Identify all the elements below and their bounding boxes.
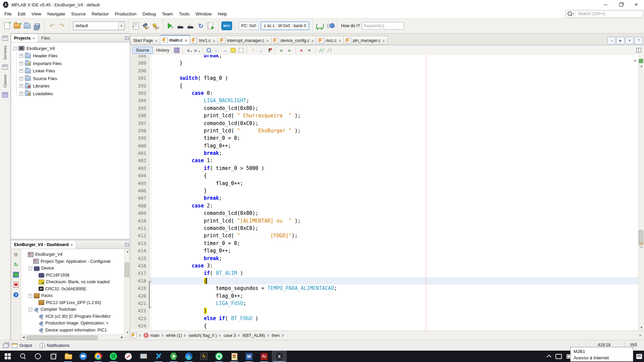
close-icon[interactable]: x: [339, 39, 341, 43]
store-cart-button[interactable]: [315, 20, 325, 31]
search-scope-dropdown-icon[interactable]: ▾: [573, 12, 574, 15]
close-icon[interactable]: ×: [71, 243, 73, 247]
code-line[interactable]: 410 print_lcd( "[ALIMENTAR] ou " );: [130, 217, 644, 225]
split-document-icon[interactable]: [636, 48, 641, 53]
expand-icon[interactable]: [19, 54, 23, 58]
taskbar-remote-app[interactable]: [121, 351, 136, 362]
build-button[interactable]: ▾: [141, 20, 151, 31]
code-line[interactable]: 402 case 1:: [130, 157, 644, 164]
minimize-panel-button[interactable]: [124, 34, 130, 42]
tree-item-linker-files[interactable]: Linker Files: [19, 67, 130, 75]
new-project-button[interactable]: [12, 20, 22, 31]
code-line[interactable]: 403 if( timer_0 > 5000 ): [130, 165, 644, 172]
taskbar-whatsapp[interactable]: [211, 351, 226, 362]
source-view-button[interactable]: Source: [132, 47, 153, 54]
menu-source[interactable]: Source: [68, 10, 89, 17]
code-line[interactable]: 399 timer_0 = 0;: [130, 134, 644, 142]
collapse-icon[interactable]: [29, 266, 32, 270]
menu-tools[interactable]: Tools: [176, 10, 193, 17]
close-icon[interactable]: x: [185, 38, 187, 42]
help-icon[interactable]: ?: [13, 292, 19, 298]
collapse-arrow-icon[interactable]: ▲: [633, 58, 637, 62]
code-line[interactable]: 390: [130, 67, 644, 74]
tree-item-loadables[interactable]: Loadables: [19, 90, 130, 98]
taskbar-mail[interactable]: [75, 351, 91, 362]
scroll-left-icon[interactable]: ◀: [21, 335, 26, 340]
code-line[interactable]: 411 comando_lcd(0xC0);: [130, 225, 644, 232]
close-icon[interactable]: ×: [639, 333, 641, 338]
find-button[interactable]: [205, 46, 213, 54]
taskbar-mplabx[interactable]: [272, 351, 287, 362]
expand-icon[interactable]: [19, 92, 23, 96]
tab-files[interactable]: Files: [38, 34, 53, 42]
taskbar-cortana[interactable]: [30, 351, 45, 362]
collapse-icon[interactable]: [13, 47, 17, 50]
close-icon[interactable]: x: [155, 39, 157, 43]
previous-occurrence-button[interactable]: ←: [213, 46, 221, 54]
menu-file[interactable]: File: [1, 10, 15, 17]
scroll-up-icon[interactable]: ▲: [125, 249, 130, 254]
taskbar-mplab-ipe[interactable]: [166, 351, 181, 362]
menu-edit[interactable]: Edit: [15, 10, 29, 17]
tab-dashboard[interactable]: EkoBurger_V4 - Dashboard×: [11, 240, 76, 249]
editor-tab-pin_manager-c[interactable]: pin_manager.cx: [344, 36, 388, 45]
services-dock-tab[interactable]: Services: [3, 46, 7, 60]
code-line[interactable]: 400 flag_0++;: [130, 142, 644, 149]
code-line[interactable]: 423 else if( BT_FOGO ): [130, 315, 644, 322]
refresh-icon[interactable]: ↻: [13, 262, 19, 267]
scroll-tabs-left-icon[interactable]: ◀: [607, 37, 615, 44]
palette-icon[interactable]: [2, 92, 8, 98]
shift-right-button[interactable]: »: [285, 46, 293, 54]
dashboard-item[interactable]: Device: [23, 265, 124, 272]
taskbar-search[interactable]: [15, 351, 30, 362]
mcc-button[interactable]: MCC: [221, 21, 232, 30]
editor-tab-Start-Page[interactable]: Start Pagex: [130, 36, 160, 45]
shift-left-button[interactable]: «: [277, 46, 285, 54]
toggle-highlight-button[interactable]: [229, 46, 237, 54]
set-configuration-button[interactable]: SRC: [131, 20, 141, 31]
code-line[interactable]: 397 comando_lcd(0xC0);: [130, 120, 644, 127]
scroll-right-icon[interactable]: ▶: [120, 335, 124, 340]
redo-button[interactable]: ↷: [57, 20, 67, 31]
expand-icon[interactable]: [19, 62, 23, 65]
code-line[interactable]: 419 tempo_segundos = TEMPO_PARA_ALIMENTA…: [130, 285, 644, 292]
code-line[interactable]: 395 comando_lcd(0x80);: [130, 105, 644, 112]
global-search-input[interactable]: ▾ Search (Ctrl+I): [566, 10, 643, 18]
clean-and-build-button[interactable]: ▾: [151, 20, 161, 31]
minimize-panel-button[interactable]: [124, 240, 130, 249]
code-line[interactable]: 389 }: [130, 59, 644, 67]
how-do-i-input[interactable]: Keyword(s): [362, 22, 404, 29]
code-line[interactable]: 413 timer_0 = 0;: [130, 240, 644, 247]
breadcrumb-switch-flag_0-[interactable]: switch( flag_0 ): [189, 333, 217, 338]
menu-window[interactable]: Window: [193, 10, 215, 17]
dashboard-item[interactable]: Checksum: Blank, no code loaded: [23, 279, 124, 286]
tree-item-header-files[interactable]: Header Files: [19, 52, 130, 60]
next-bookmark-button[interactable]: ↓: [257, 46, 265, 54]
code-line[interactable]: 421 LIGA_FUSO;: [130, 300, 644, 307]
configuration-dropdown-icon[interactable]: ▼: [118, 22, 124, 30]
minimize-button[interactable]: [598, 0, 613, 9]
scroll-tabs-right-icon[interactable]: ▶: [616, 37, 625, 44]
dashboard-item[interactable]: PIC12-16F1xxx_DFP (1.2.63): [23, 299, 124, 306]
dashboard-item[interactable]: Device support information: PIC1: [23, 327, 124, 334]
window-group-icon[interactable]: [2, 36, 8, 41]
forward-button[interactable]: ►▾: [193, 46, 201, 54]
action-center-icon[interactable]: [636, 354, 642, 359]
toggle-bookmark-button[interactable]: [265, 46, 273, 54]
history-view-button[interactable]: History: [153, 47, 173, 54]
output-button[interactable]: Output: [12, 343, 32, 348]
menu-refactor[interactable]: Refactor: [89, 10, 112, 17]
taskbar-filezilla[interactable]: [257, 351, 272, 362]
tree-item-important-files[interactable]: Important Files: [19, 60, 130, 67]
project-configuration-select[interactable]: default ▼: [73, 21, 125, 30]
code-line[interactable]: 416 case 3:: [130, 262, 644, 269]
taskbar-word[interactable]: [241, 351, 257, 362]
dashboard-item[interactable]: XC8 (v2.30) [C:\Program Files\Micr: [23, 313, 124, 320]
code-line[interactable]: 391 switch( flag_0 ): [130, 74, 644, 82]
diff-button[interactable]: [173, 46, 181, 54]
menu-team[interactable]: Team: [159, 10, 176, 17]
next-occurrence-button[interactable]: →: [221, 46, 229, 54]
make-and-program-button[interactable]: ↓▾: [176, 20, 186, 31]
code-line[interactable]: 412 print_lcd( " [FOGO]");: [130, 232, 644, 239]
close-icon[interactable]: x: [267, 39, 269, 43]
